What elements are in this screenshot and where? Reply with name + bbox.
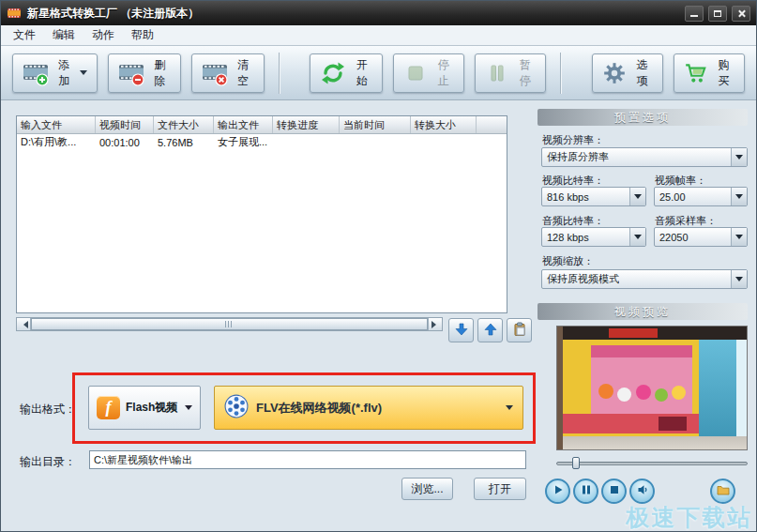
video-bitrate-label: 视频比特率： — [542, 174, 604, 188]
speaker-icon — [637, 484, 648, 498]
seek-track[interactable] — [556, 462, 748, 465]
open-output-folder-button[interactable] — [710, 479, 735, 504]
video-bitrate-dropdown-icon[interactable] — [629, 188, 645, 205]
column-header-filler — [477, 116, 507, 133]
preview-art-shape — [672, 386, 686, 400]
stop-icon — [403, 61, 428, 85]
resolution-select[interactable]: 保持原分辨率 — [541, 147, 748, 167]
column-header-size[interactable]: 文件大小 — [154, 116, 214, 133]
menu-action[interactable]: 动作 — [83, 25, 123, 45]
window-title: 新星格式转换工厂 （未注册版本） — [27, 6, 199, 22]
open-button[interactable]: 打开 — [474, 478, 526, 500]
stop-playback-button[interactable] — [601, 479, 627, 504]
options-button-label: 选项 — [631, 57, 653, 89]
frame-rate-label: 视频帧率： — [655, 174, 706, 188]
move-up-button[interactable] — [477, 318, 503, 342]
folder-icon — [717, 484, 730, 498]
minimize-button[interactable] — [685, 6, 704, 22]
browse-button[interactable]: 浏览... — [401, 478, 453, 500]
volume-button[interactable] — [629, 479, 655, 504]
clear-button-label: 清空 — [233, 57, 254, 89]
film-add-icon — [23, 60, 49, 86]
scroll-right-button[interactable] — [428, 318, 442, 330]
scrollbar-track[interactable] — [31, 318, 428, 330]
toolbar: 添加 删除 清空 开始 停止 — [1, 46, 756, 100]
file-row[interactable]: D:\有用\教... 00:01:00 5.76MB 女子展现... — [17, 134, 507, 150]
output-dir-label: 输出目录： — [20, 454, 76, 470]
column-header-input[interactable]: 输入文件 — [17, 116, 96, 133]
preview-art-shape — [655, 388, 668, 402]
audio-bitrate-select[interactable]: 128 kbps — [541, 227, 646, 247]
menu-help[interactable]: 帮助 — [123, 25, 162, 45]
play-button[interactable] — [545, 479, 570, 504]
column-header-progress[interactable]: 转换进度 — [273, 116, 340, 133]
video-scale-label: 视频缩放： — [542, 254, 594, 268]
seek-slider[interactable] — [556, 457, 748, 469]
preview-art-shape — [736, 327, 748, 450]
cell-duration: 00:01:00 — [96, 137, 154, 148]
start-button[interactable]: 开始 — [310, 53, 383, 93]
scroll-left-button[interactable] — [17, 318, 31, 330]
flv-format-icon — [224, 394, 249, 421]
output-dir-input[interactable] — [89, 450, 526, 469]
sample-rate-dropdown-icon[interactable] — [731, 228, 747, 246]
sample-rate-select[interactable]: 22050 — [654, 227, 748, 247]
stop-button[interactable]: 停止 — [393, 53, 464, 93]
menu-file[interactable]: 文件 — [5, 25, 44, 45]
preview-art-shape — [609, 328, 658, 338]
remove-button[interactable]: 删除 — [108, 53, 181, 93]
scrollbar-thumb[interactable] — [31, 318, 428, 330]
pause-button-label: 暂停 — [514, 57, 536, 89]
format-highlight-box: f Flash视频 FLV在线网络视频(*.flv) — [72, 372, 536, 444]
column-header-duration[interactable]: 视频时间 — [96, 116, 154, 133]
column-header-output[interactable]: 输出文件 — [214, 116, 273, 133]
horizontal-scrollbar[interactable] — [16, 317, 443, 331]
preview-art-shape — [557, 436, 748, 450]
pause-button[interactable]: 暂停 — [475, 53, 546, 93]
maximize-button[interactable] — [708, 6, 727, 22]
clear-button[interactable]: 清空 — [191, 53, 265, 93]
seek-thumb[interactable] — [572, 457, 580, 469]
sample-rate-value: 22050 — [655, 232, 689, 243]
format-category-select[interactable]: f Flash视频 — [88, 386, 201, 430]
audio-bitrate-dropdown-icon[interactable] — [629, 228, 645, 246]
menubar: 文件 编辑 动作 帮助 — [1, 25, 756, 46]
audio-bitrate-label: 音频比特率： — [542, 214, 604, 228]
audio-bitrate-value: 128 kbps — [542, 232, 589, 243]
move-down-button[interactable] — [448, 318, 474, 342]
pause-playback-button[interactable] — [573, 479, 598, 504]
preview-art-shape — [617, 388, 631, 402]
options-button[interactable]: 选项 — [592, 53, 663, 93]
add-button-label: 添加 — [53, 57, 75, 89]
toolbar-separator — [560, 53, 562, 94]
buy-button[interactable]: 购买 — [674, 53, 745, 93]
resolution-value: 保持原分辨率 — [542, 150, 609, 164]
format-category-value: Flash视频 — [126, 400, 177, 416]
minimize-icon — [690, 15, 698, 17]
video-bitrate-select[interactable]: 816 kbps — [541, 187, 646, 206]
column-header-current-time[interactable]: 当前时间 — [340, 116, 411, 133]
app-icon — [7, 6, 22, 21]
preview-panel-header: 视频预览 — [537, 303, 748, 320]
cell-input: D:\有用\教... — [17, 135, 96, 149]
format-select-value: FLV在线网络视频(*.flv) — [256, 400, 382, 417]
scroll-left-icon — [20, 321, 28, 328]
buy-button-label: 购买 — [713, 57, 734, 89]
cell-size: 5.76MB — [154, 137, 214, 148]
add-button[interactable]: 添加 — [12, 53, 98, 93]
video-scale-dropdown-icon[interactable] — [731, 270, 747, 288]
menu-edit[interactable]: 编辑 — [44, 25, 83, 45]
column-header-converted-size[interactable]: 转换大小 — [411, 116, 477, 133]
paste-button[interactable] — [507, 318, 532, 342]
cart-icon — [684, 61, 708, 85]
frame-rate-select[interactable]: 25.00 — [654, 187, 748, 206]
frame-rate-dropdown-icon[interactable] — [731, 188, 747, 205]
preview-art-shape — [598, 384, 613, 399]
preview-art-shape — [659, 417, 687, 431]
scroll-right-icon — [431, 321, 440, 328]
format-select[interactable]: FLV在线网络视频(*.flv) — [214, 386, 523, 430]
close-button[interactable] — [732, 6, 750, 22]
video-scale-select[interactable]: 保持原视频模式 — [541, 269, 748, 289]
category-dropdown-icon — [185, 405, 192, 414]
resolution-dropdown-icon[interactable] — [731, 148, 747, 166]
